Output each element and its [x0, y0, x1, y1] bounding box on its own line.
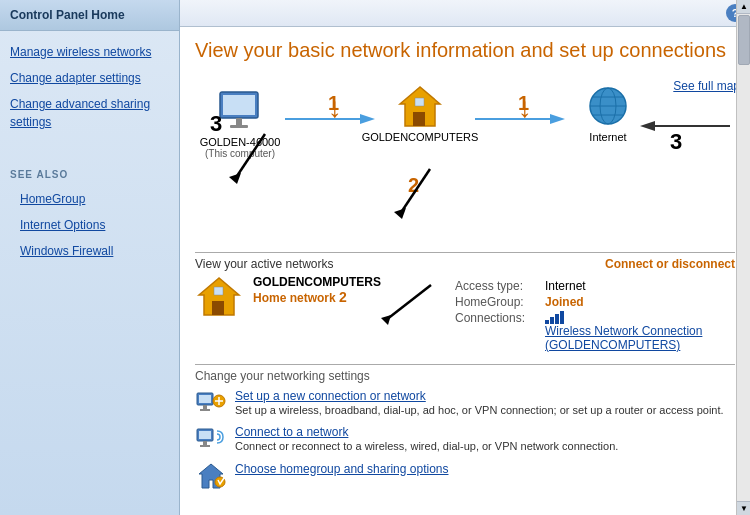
svg-line-18 — [235, 134, 265, 179]
homegroup-sharing-title[interactable]: Choose homegroup and sharing options — [235, 462, 448, 476]
annotation-arrow-network — [371, 280, 435, 330]
access-type-label: Access type: — [455, 279, 545, 293]
active-networks: View your active networks Connect or dis… — [195, 252, 735, 354]
svg-rect-37 — [200, 445, 210, 447]
setting-content-connect: Connect to a network Connect or reconnec… — [235, 425, 618, 453]
svg-line-20 — [400, 169, 430, 214]
sidebar-header-text: Control Panel Home — [10, 8, 125, 22]
page-title: View your basic network information and … — [195, 37, 735, 63]
sidebar-links: Manage wireless networks Change adapter … — [0, 31, 179, 143]
see-full-map-link[interactable]: See full map — [673, 79, 740, 93]
access-type-value: Internet — [545, 279, 586, 293]
network-connections-row: GOLDENCOMPUTERS Home network 2 Access ty… — [195, 275, 735, 354]
down-arrow-1: ↓ — [328, 92, 342, 124]
setup-connection-icon — [195, 389, 227, 417]
sidebar-link-windows-firewall[interactable]: Windows Firewall — [10, 238, 169, 264]
setting-item-connect: Connect to a network Connect or reconnec… — [195, 425, 735, 453]
internet-icon — [583, 84, 633, 129]
sidebar-link-change-adapter[interactable]: Change adapter settings — [0, 65, 179, 91]
connect-network-icon — [195, 425, 227, 453]
scroll-up-button[interactable]: ▲ — [737, 0, 750, 14]
sidebar: Control Panel Home Manage wireless netwo… — [0, 0, 180, 515]
svg-rect-8 — [415, 98, 424, 106]
connections-label: Connections: — [455, 311, 545, 325]
wifi-bars-icon — [545, 311, 564, 324]
connections-value-container: Wireless Network Connection (GOLDENCOMPU… — [545, 311, 735, 352]
active-networks-label: View your active networks — [195, 257, 334, 271]
svg-rect-23 — [212, 301, 224, 315]
network-type-num: 2 — [339, 289, 347, 305]
svg-marker-26 — [381, 315, 391, 325]
svg-rect-3 — [230, 125, 248, 128]
diagram-internet-label: Internet — [589, 131, 626, 143]
connect-disconnect-link[interactable]: Connect or disconnect — [605, 257, 735, 271]
see-also-section: See Also HomeGroup Internet Options Wind… — [0, 163, 179, 270]
setup-connection-desc: Set up a wireless, broadband, dial-up, a… — [235, 403, 724, 417]
page-header: View your basic network information and … — [180, 27, 750, 69]
setting-item-homegroup: Choose homegroup and sharing options — [195, 462, 735, 490]
scroll-down-button[interactable]: ▼ — [737, 501, 750, 515]
svg-rect-35 — [199, 431, 211, 439]
svg-marker-19 — [229, 173, 241, 184]
network-info: GOLDENCOMPUTERS Home network 2 — [253, 275, 381, 305]
router-icon — [395, 84, 445, 129]
scrollbar[interactable]: ▲ ▼ — [736, 0, 750, 515]
annotation-arrow-3 — [215, 129, 275, 189]
homegroup-icon — [195, 462, 227, 490]
detail-row-access: Access type: Internet — [455, 279, 735, 293]
back-arrow — [640, 116, 730, 136]
svg-rect-28 — [199, 395, 211, 403]
svg-rect-30 — [200, 409, 210, 411]
network-left: GOLDENCOMPUTERS Home network 2 — [195, 275, 381, 354]
sidebar-header: Control Panel Home — [0, 0, 179, 31]
svg-rect-2 — [236, 118, 242, 125]
network-icon — [195, 275, 243, 317]
diagram-router-label: GOLDENCOMPUTERS — [362, 131, 479, 143]
network-details: Access type: Internet HomeGroup: Joined … — [455, 279, 735, 354]
svg-rect-36 — [203, 441, 207, 445]
networking-settings-label: Change your networking settings — [195, 369, 735, 383]
svg-rect-1 — [223, 95, 255, 115]
network-name: GOLDENCOMPUTERS — [253, 275, 381, 289]
main-content: ? View your basic network information an… — [180, 0, 750, 515]
sidebar-link-manage-wireless[interactable]: Manage wireless networks — [0, 39, 179, 65]
svg-rect-7 — [413, 112, 425, 126]
connections-value[interactable]: Wireless Network Connection (GOLDENCOMPU… — [545, 324, 735, 352]
network-type: Home network 2 — [253, 289, 381, 305]
connect-network-title[interactable]: Connect to a network — [235, 425, 618, 439]
sidebar-link-homegroup[interactable]: HomeGroup — [10, 186, 169, 212]
svg-rect-24 — [214, 287, 223, 295]
sidebar-link-change-advanced[interactable]: Change advanced sharing settings — [0, 91, 179, 135]
active-networks-header: View your active networks Connect or dis… — [195, 253, 735, 275]
svg-marker-5 — [360, 114, 375, 124]
detail-row-connections: Connections: Wireless Network Connection… — [455, 311, 735, 352]
detail-row-homegroup: HomeGroup: Joined — [455, 295, 735, 309]
svg-marker-21 — [394, 208, 406, 219]
scrollbar-thumb[interactable] — [738, 15, 750, 65]
toolbar: ? — [180, 0, 750, 27]
see-also-label: See Also — [10, 169, 169, 180]
setting-content-setup: Set up a new connection or network Set u… — [235, 389, 724, 417]
setting-item-setup: Set up a new connection or network Set u… — [195, 389, 735, 417]
svg-marker-17 — [640, 121, 655, 131]
homegroup-label: HomeGroup: — [455, 295, 545, 309]
computer-icon — [215, 89, 265, 134]
setup-connection-title[interactable]: Set up a new connection or network — [235, 389, 724, 403]
setting-content-homegroup: Choose homegroup and sharing options — [235, 462, 448, 476]
annotation-arrow-2 — [380, 164, 440, 224]
network-type-text: Home network — [253, 291, 336, 305]
homegroup-value: Joined — [545, 295, 584, 309]
network-diagram: See full map 3 GOLDEN-46000 (This comput… — [180, 74, 750, 244]
networking-settings: Change your networking settings Set up a… — [195, 364, 735, 490]
svg-line-25 — [386, 285, 431, 320]
diagram-node-router: GOLDENCOMPUTERS — [375, 84, 465, 143]
connect-network-desc: Connect or reconnect to a wireless, wire… — [235, 439, 618, 453]
svg-rect-29 — [203, 405, 207, 409]
sidebar-link-internet-options[interactable]: Internet Options — [10, 212, 169, 238]
down-arrow-2: ↓ — [518, 92, 532, 124]
